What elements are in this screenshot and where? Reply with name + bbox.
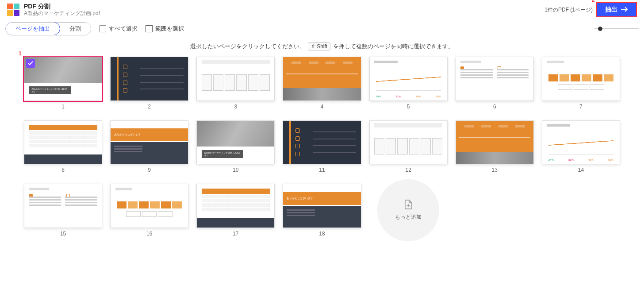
header: PDF 分割 A製品のマーケティング計画.pdf 1件のPDF (1ページ) 2… [0, 0, 644, 19]
app-title: PDF 分割 [24, 3, 544, 10]
page-thumb-16[interactable]: 16 [110, 184, 188, 241]
instruction-post: を押して複数のページを同時に選択できます。 [333, 43, 454, 50]
page-number: 16 [146, 231, 152, 237]
shift-key-hint: ⇧ Shift [308, 42, 330, 50]
annotation-1: 1 [19, 50, 22, 57]
thanks-text: ありがとうございます [287, 197, 313, 201]
slide-title-text: A製品のマーケティング計画（20XX年） [32, 88, 71, 93]
add-more-label: もっと追加 [395, 213, 422, 221]
slide-title-text: A製品のマーケティング計画（20XX年） [204, 151, 244, 157]
app-logo [7, 4, 19, 16]
page-number: 11 [319, 167, 325, 173]
page-grid: 1 A製品のマーケティング計画（20XX年） 1 2 3 4 24%31%49%… [0, 57, 644, 255]
mode-segmented: ページを抽出 分割 [5, 22, 91, 35]
thanks-text: ありがとうございます [114, 133, 141, 137]
selected-check-icon [26, 59, 35, 68]
page-number: 12 [405, 167, 411, 173]
page-number: 3 [234, 104, 238, 110]
page-number: 1 [61, 104, 65, 110]
tab-split[interactable]: 分割 [60, 23, 91, 35]
page-thumb-1[interactable]: 1 A製品のマーケティング計画（20XX年） 1 [24, 57, 102, 110]
page-number: 18 [319, 231, 325, 237]
arrow-right-icon [621, 6, 628, 13]
checkbox-icon [99, 25, 106, 32]
page-thumb-11[interactable]: 11 [283, 120, 361, 174]
page-number: 17 [233, 231, 238, 237]
select-range-button[interactable]: 範囲を選択 [146, 25, 184, 33]
add-document-icon [404, 200, 412, 211]
page-thumb-4[interactable]: 4 [283, 57, 361, 110]
page-thumb-7[interactable]: 7 [542, 57, 620, 110]
page-thumb-9[interactable]: ありがとうございます 9 [110, 120, 188, 174]
page-number: 9 [148, 167, 151, 173]
page-thumb-13[interactable]: 13 [456, 120, 534, 174]
instruction-text: 選択したいページをクリックしてください。 ⇧ Shift を押して複数のページを… [0, 41, 644, 57]
add-more-button[interactable]: もっと追加 [377, 179, 439, 241]
page-number: 8 [61, 167, 65, 173]
page-thumb-17[interactable]: 17 [196, 184, 275, 241]
page-number: 4 [321, 104, 324, 110]
page-thumb-3[interactable]: 3 [196, 57, 275, 110]
page-number: 13 [492, 167, 498, 173]
page-number: 5 [407, 104, 410, 110]
page-number: 2 [148, 104, 151, 110]
page-thumb-18[interactable]: ありがとうございます 18 [283, 184, 361, 241]
select-all-checkbox[interactable]: すべて選択 [99, 25, 138, 33]
title-block: PDF 分割 A製品のマーケティング計画.pdf [24, 3, 544, 16]
page-number: 15 [60, 231, 66, 237]
status-text: 1件のPDF (1ページ) [544, 6, 593, 14]
add-more-cell: もっと追加 [369, 184, 448, 241]
page-thumb-5[interactable]: 24%31%49%91% 5 [369, 57, 448, 110]
file-name: A製品のマーケティング計画.pdf [24, 10, 544, 16]
page-number: 7 [579, 104, 583, 110]
select-all-label: すべて選択 [109, 25, 138, 33]
select-range-label: 範囲を選択 [155, 25, 184, 33]
page-thumb-14[interactable]: 24%31%49%91% 14 [542, 120, 620, 174]
extract-button-label: 抽出 [605, 6, 617, 14]
page-number: 6 [493, 104, 496, 110]
instruction-pre: 選択したいページをクリックしてください。 [190, 43, 305, 50]
annotation-2: 2 [592, 0, 595, 3]
toolbar: ページを抽出 分割 すべて選択 範囲を選択 [0, 19, 644, 41]
tab-extract-pages[interactable]: ページを抽出 [5, 22, 60, 35]
page-thumb-8[interactable]: 8 [24, 120, 102, 174]
page-thumb-15[interactable]: 15 [24, 184, 102, 241]
page-number: 10 [233, 167, 238, 173]
page-number: 14 [578, 167, 584, 173]
page-thumb-6[interactable]: 6 [456, 57, 534, 110]
page-thumb-12[interactable]: 12 [369, 120, 448, 174]
columns-icon [146, 25, 153, 32]
zoom-thumb[interactable] [598, 27, 602, 31]
page-thumb-2[interactable]: 2 [110, 57, 188, 110]
page-thumb-10[interactable]: A製品のマーケティング計画（20XX年） 10 [196, 120, 275, 174]
extract-button[interactable]: 2 抽出 [596, 2, 637, 17]
zoom-slider[interactable] [594, 28, 639, 29]
